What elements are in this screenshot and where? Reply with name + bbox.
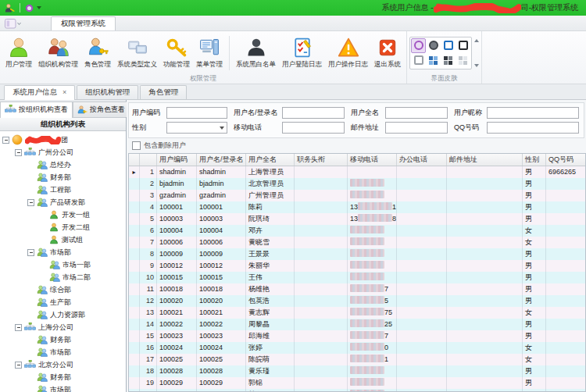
include-deleted-checkbox[interactable]	[132, 141, 141, 150]
table-row[interactable]: 8100009100009王景景男	[129, 248, 585, 260]
skin-grid-blue[interactable]	[426, 53, 441, 68]
window-menu-icon[interactable]	[5, 19, 21, 29]
ribbon-button-user-dark[interactable]: 系统黑白名单	[234, 35, 278, 70]
tree-node[interactable]: 北京分公司	[0, 358, 126, 371]
column-header[interactable]	[129, 154, 140, 166]
skin-circle-purple[interactable]	[411, 38, 426, 53]
ribbon-button-warning[interactable]: 用户操作日志	[326, 35, 370, 70]
table-row[interactable]: 11100018100018杨维艳7男	[129, 283, 585, 295]
table-row[interactable]: 5100003100003阮琪琦1380男	[129, 213, 585, 225]
table-row[interactable]: 3gzadmingzadmin广州管理员男	[129, 190, 585, 201]
ribbon-button-users-org[interactable]: 组织机构管理	[36, 35, 80, 70]
doc-tab-2[interactable]: 角色管理	[140, 85, 187, 99]
gender-select[interactable]	[166, 122, 227, 134]
ribbon-button-menu-computer[interactable]: 菜单管理	[194, 35, 225, 70]
column-header[interactable]: 性别	[523, 154, 546, 166]
skin-grid-dark[interactable]	[441, 53, 456, 68]
ribbon-tab[interactable]: 权限管理系统	[51, 16, 116, 30]
expander-icon[interactable]	[2, 137, 9, 144]
dropdown-caret-icon[interactable]	[220, 127, 224, 130]
table-row[interactable]: 16100024100024张婷0女	[129, 342, 585, 354]
tree-node[interactable]: 人力资源部	[0, 308, 126, 321]
table-row[interactable]: 20100030100030韩冬3男	[129, 389, 585, 392]
expander-icon[interactable]	[15, 362, 22, 369]
table-row[interactable]: 9100012100012朱丽华男	[129, 260, 585, 272]
table-row[interactable]: 10100015100015王伟男	[129, 272, 585, 283]
tree-node[interactable]: 工程部	[0, 184, 126, 196]
search-input[interactable]	[487, 107, 579, 119]
tree-node[interactable]: 团	[0, 134, 126, 146]
doc-tab-1[interactable]: 组织机构管理	[77, 85, 138, 99]
tree-node[interactable]: 生产部	[0, 296, 126, 308]
expander-icon[interactable]	[15, 324, 22, 331]
search-input[interactable]	[385, 122, 448, 134]
gender-select-input[interactable]	[166, 122, 227, 134]
table-row[interactable]: 7100006100006黄晓雪女	[129, 237, 585, 248]
table-row[interactable]: 6100004100004邓卉女	[129, 225, 585, 237]
table-row[interactable]: 19100029100029郭锦男	[129, 377, 585, 389]
tree-node[interactable]: 市场二部	[0, 271, 126, 283]
skin-grid-light[interactable]	[456, 53, 470, 68]
table-row[interactable]: 15100023100023邱海维7男	[129, 330, 585, 342]
tree-node[interactable]: 财务部	[0, 333, 126, 346]
skin-quick-access-icon[interactable]	[25, 4, 34, 12]
doc-tab-0[interactable]: 系统用户信息×	[4, 85, 75, 100]
column-header[interactable]: QQ号码	[546, 154, 585, 166]
expander-icon[interactable]	[27, 249, 34, 256]
tree-node[interactable]: 广州分公司	[0, 146, 126, 159]
tree-node[interactable]: 市场部	[0, 346, 126, 358]
column-header[interactable]: 用户编码	[157, 154, 197, 166]
tree-node[interactable]: 产品研发部	[0, 196, 126, 208]
table-row[interactable]: 17100025100025陈皖萌1女	[129, 354, 585, 365]
search-input[interactable]	[282, 122, 345, 134]
column-header[interactable]: 办公电话	[397, 154, 447, 166]
ribbon-button-exit[interactable]: 退出系统	[372, 35, 403, 70]
ribbon-button-monitors[interactable]: 系统类型定义	[115, 35, 159, 70]
table-row[interactable]: 13100021100021黄志辉75女	[129, 307, 585, 319]
tree-node[interactable]: 财务部	[0, 171, 126, 184]
tree-node[interactable]: 财务部	[0, 371, 126, 383]
ribbon-button-doc-check[interactable]: 用户登陆日志	[280, 35, 324, 70]
column-header[interactable]	[140, 154, 157, 166]
column-header[interactable]: 用户全名	[246, 154, 295, 166]
column-header[interactable]: 移动电话	[348, 154, 397, 166]
tree-node[interactable]: 市场部	[0, 383, 126, 392]
search-input[interactable]	[282, 107, 345, 119]
table-row[interactable]: 12100020100020包英浩5男	[129, 295, 585, 307]
tree-node[interactable]: 开发二组	[0, 221, 126, 233]
skin-square-black[interactable]	[456, 38, 470, 53]
ribbon-button-user-key[interactable]: 角色管理	[82, 35, 113, 70]
expander-icon[interactable]	[15, 149, 22, 156]
tree-node[interactable]: 总经办	[0, 159, 126, 171]
tree-node[interactable]: 上海分公司	[0, 321, 126, 333]
gallery-scroll-up-icon[interactable]	[474, 39, 479, 42]
expander-icon[interactable]	[27, 199, 34, 206]
column-header[interactable]: 邮件地址	[447, 154, 523, 166]
ribbon-button-user-green[interactable]: 用户管理	[3, 35, 34, 70]
skin-square-blue[interactable]	[441, 38, 456, 53]
tree-node[interactable]: 市场部	[0, 246, 126, 258]
view-tab-1[interactable]: 按角色查看	[73, 102, 130, 117]
skin-square-gray[interactable]	[411, 53, 426, 68]
tree-node[interactable]: 市场一部	[0, 258, 126, 271]
tree-node[interactable]: 综合部	[0, 283, 126, 296]
table-row[interactable]: 4100001100001陈莉13123男	[129, 201, 585, 213]
column-header[interactable]: 职务头衔	[295, 154, 348, 166]
search-input[interactable]	[385, 107, 448, 119]
tree-node-label: 开发二组	[62, 223, 90, 233]
chevron-down-icon[interactable]	[37, 6, 41, 9]
search-input[interactable]	[166, 107, 227, 119]
tree-node[interactable]: 测试组	[0, 233, 126, 246]
close-tab-icon[interactable]: ×	[63, 89, 66, 96]
table-row[interactable]: 18100028100028黄乐瑾男	[129, 365, 585, 377]
table-row[interactable]: 2bjadminbjadmin北京管理员男	[129, 178, 585, 190]
ribbon-button-key[interactable]: 功能管理	[161, 35, 192, 70]
gallery-scroll-down-icon[interactable]	[474, 64, 479, 67]
column-header[interactable]: 用户名/登录名	[197, 154, 246, 166]
search-input[interactable]	[487, 122, 579, 134]
view-tab-0[interactable]: 按组织机构查看	[0, 102, 73, 118]
skin-circle-dark[interactable]	[426, 38, 441, 53]
tree-node[interactable]: 开发一组	[0, 208, 126, 221]
table-row[interactable]: ▸1shadminshadmin上海管理员男6966265	[129, 166, 585, 178]
table-row[interactable]: 14100022100022周黎晶25男	[129, 319, 585, 330]
